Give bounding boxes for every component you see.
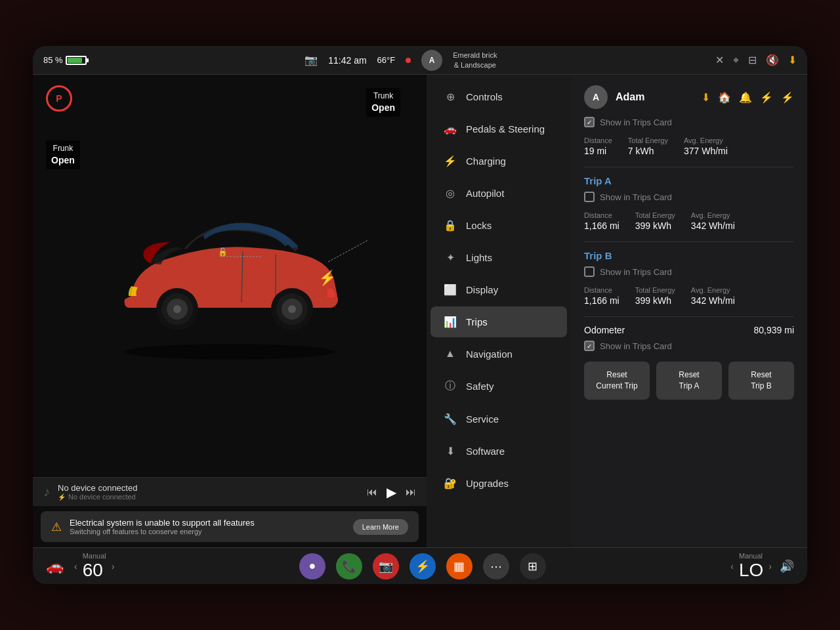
- fan-control: ‹ Manual LO ›: [730, 552, 772, 581]
- user-icons: ⬇ 🏠 🔔 ⚡ ⚡: [702, 91, 794, 104]
- software-icon: ⬇: [444, 445, 457, 457]
- odometer-show-row: ✓ Show in Trips Card: [584, 341, 794, 351]
- bluetooth-icon-music: ⚡: [58, 494, 66, 501]
- alert-bar: ⚠ Electrical system is unable to support…: [41, 511, 419, 542]
- reset-trip-a-button[interactable]: ResetTrip A: [656, 362, 722, 400]
- trip-a-avg-stat: Avg. Energy 342 Wh/mi: [691, 211, 735, 231]
- alert-text: Electrical system is unable to support a…: [70, 518, 345, 536]
- trip-b-distance-stat: Distance 1,166 mi: [584, 286, 620, 306]
- status-center: 📷 11:42 am 66°F A Emerald brick& Landsca…: [304, 50, 497, 71]
- current-avg-stat: Avg. Energy 377 Wh/mi: [684, 136, 728, 156]
- trips-panel: A Adam ⬇ 🏠 🔔 ⚡ ⚡ ✓ Show in Trips Card Di…: [571, 75, 807, 547]
- reset-current-trip-button[interactable]: ResetCurrent Trip: [584, 362, 650, 400]
- trip-b-energy-value: 399 kWh: [635, 295, 675, 306]
- nav-item-upgrades[interactable]: 🔐 Upgrades: [430, 468, 567, 499]
- bluetooth-icon-btn[interactable]: ⚡: [410, 553, 436, 579]
- battery-indicator: 85 %: [43, 55, 87, 65]
- play-btn[interactable]: ▶: [387, 484, 396, 500]
- odometer-checkbox[interactable]: ✓: [584, 341, 595, 351]
- park-label: P: [56, 93, 62, 104]
- nav-item-charging[interactable]: ⚡ Charging: [430, 146, 567, 177]
- music-subtitle: ⚡ No device connected: [58, 493, 359, 501]
- user-header: A Adam ⬇ 🏠 🔔 ⚡ ⚡: [584, 85, 794, 109]
- display-icon: ⬜: [444, 284, 457, 296]
- nav-item-safety[interactable]: ⓘ Safety: [430, 370, 567, 402]
- download-user-icon[interactable]: ⬇: [702, 91, 710, 104]
- nav-label-charging: Charging: [466, 156, 506, 167]
- music-bar: ♪ No device connected ⚡ No device connec…: [33, 477, 427, 506]
- trip-a-energy-stat: Total Energy 399 kWh: [635, 211, 675, 231]
- phone-icon-btn[interactable]: 📞: [336, 553, 362, 579]
- nav-item-trips[interactable]: 📊 Trips: [430, 306, 567, 337]
- taskbar-left: 🚗 ‹ Manual 60 ›: [46, 552, 114, 581]
- fan-right-arrow[interactable]: ›: [768, 561, 772, 572]
- trip-a-distance-stat: Distance 1,166 mi: [584, 211, 620, 231]
- nav-item-locks[interactable]: 🔒 Locks: [430, 210, 567, 241]
- nav-label-autopilot: Autopilot: [466, 188, 504, 199]
- nav-item-software[interactable]: ⬇ Software: [430, 436, 567, 467]
- nav-item-autopilot[interactable]: ◎ Autopilot: [430, 178, 567, 209]
- current-trip-checkbox[interactable]: ✓: [584, 117, 595, 127]
- trip-b-energy-stat: Total Energy 399 kWh: [635, 286, 675, 306]
- volume-icon[interactable]: 🔊: [780, 559, 794, 574]
- car-image-area: Frunk Open Trunk Open: [33, 75, 427, 477]
- current-distance-stat: Distance 19 mi: [584, 136, 612, 156]
- nav-label-trips: Trips: [466, 316, 488, 327]
- trip-a-distance-value: 1,166 mi: [584, 220, 620, 231]
- menu-icon[interactable]: ⊟: [748, 54, 757, 66]
- nav-item-navigation[interactable]: ▲ Navigation: [430, 339, 567, 369]
- camera-icon[interactable]: 📷: [304, 54, 318, 66]
- safety-icon: ⓘ: [444, 379, 457, 393]
- nav-label-navigation: Navigation: [466, 348, 513, 360]
- spotify-icon-btn[interactable]: ●: [299, 553, 326, 579]
- app-icon-btn[interactable]: ▦: [446, 553, 472, 579]
- nav-item-controls[interactable]: ⊕ Controls: [430, 81, 567, 112]
- nav-icon[interactable]: ⌖: [733, 54, 739, 66]
- close-icon-1[interactable]: ✕: [715, 54, 724, 66]
- nav-label-upgrades: Upgrades: [466, 478, 509, 489]
- tesla-screen: 85 % 📷 11:42 am 66°F A Emerald brick& La…: [33, 46, 807, 584]
- nav-item-display[interactable]: ⬜ Display: [430, 274, 567, 305]
- trip-b-checkbox[interactable]: [584, 266, 595, 277]
- prev-track-btn[interactable]: ⏮: [367, 486, 377, 498]
- current-show-trips-row: ✓ Show in Trips Card: [584, 117, 794, 127]
- fan-left-arrow[interactable]: ‹: [730, 561, 734, 572]
- grid-icon-btn[interactable]: ⊞: [520, 553, 546, 579]
- main-content: P Frunk Open Trunk Open: [33, 75, 807, 547]
- nav-menu: ⊕ Controls 🚗 Pedals & Steering ⚡ Chargin…: [427, 75, 571, 547]
- download-icon[interactable]: ⬇: [788, 54, 797, 66]
- frunk-status: Open: [51, 154, 75, 167]
- nav-item-service[interactable]: 🔧 Service: [430, 404, 567, 434]
- camera-icon-btn[interactable]: 📷: [373, 553, 399, 579]
- mute-user-icon[interactable]: ⚡: [781, 91, 794, 104]
- nav-item-pedals[interactable]: 🚗 Pedals & Steering: [430, 114, 567, 144]
- navigation-icon: ▲: [444, 348, 457, 360]
- car-svg: ⚡ 🔓: [92, 191, 368, 362]
- music-controls: ⏮ ▶ ⏭: [367, 484, 416, 500]
- lightning-icon: ⚡: [318, 269, 337, 287]
- user-avatar-top[interactable]: A: [421, 50, 442, 71]
- home-icon[interactable]: 🏠: [718, 91, 731, 104]
- bell-icon[interactable]: 🔔: [739, 91, 752, 104]
- speed-left-arrow[interactable]: ‹: [74, 561, 77, 572]
- charging-icon: ⚡: [444, 155, 457, 167]
- learn-more-button[interactable]: Learn More: [353, 519, 408, 535]
- speed-right-arrow[interactable]: ›: [112, 561, 115, 572]
- nav-label-service: Service: [466, 413, 499, 425]
- nav-item-lights[interactable]: ✦ Lights: [430, 242, 567, 273]
- bluetooth-user-icon[interactable]: ⚡: [760, 91, 773, 104]
- trip-b-show-row: Show in Trips Card: [584, 266, 794, 277]
- service-icon: 🔧: [444, 413, 457, 425]
- more-icon-btn[interactable]: ⋯: [483, 553, 509, 579]
- lights-icon: ✦: [444, 251, 457, 264]
- trip-a-checkbox[interactable]: [584, 192, 595, 202]
- battery-percent: 85 %: [43, 55, 63, 65]
- mute-icon[interactable]: 🔇: [766, 54, 779, 66]
- music-title: No device connected: [58, 483, 359, 493]
- speed-value: 60: [83, 560, 106, 581]
- next-track-btn[interactable]: ⏭: [406, 486, 416, 498]
- nav-label-display: Display: [466, 284, 498, 295]
- reset-trip-b-button[interactable]: ResetTrip B: [728, 362, 794, 400]
- car-icon[interactable]: 🚗: [46, 558, 64, 575]
- trunk-title: Trunk: [373, 91, 393, 100]
